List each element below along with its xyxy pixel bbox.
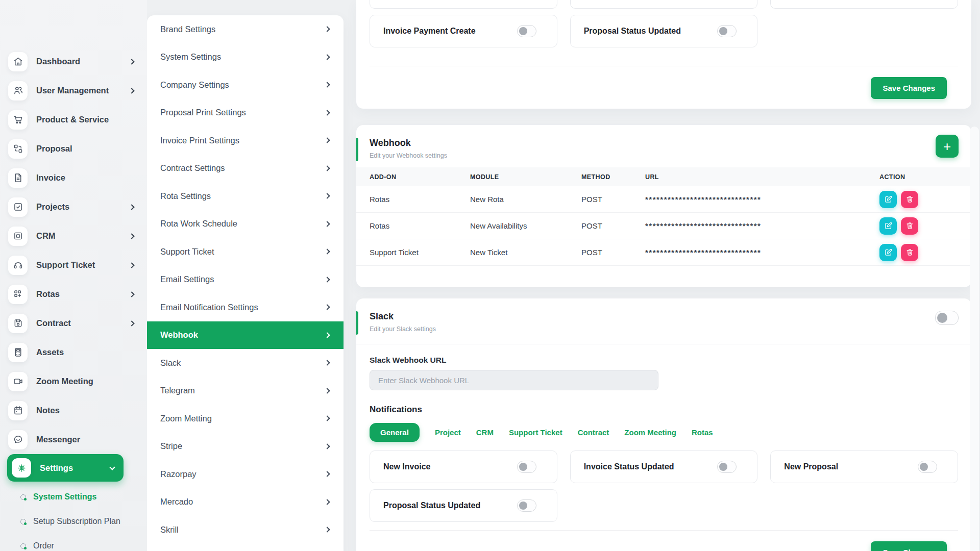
sidebar-item-support-ticket[interactable]: Support Ticket xyxy=(0,251,147,280)
notification-toggle-grid: Invoice Payment Create Proposal Status U… xyxy=(370,0,958,47)
cell-actions xyxy=(879,191,958,208)
check-square-icon xyxy=(8,197,28,217)
chevron-right-icon xyxy=(324,277,330,282)
cell-actions xyxy=(879,244,958,261)
menu-item-mercado[interactable]: Mercado xyxy=(147,488,344,516)
menu-item-label: System Settings xyxy=(160,52,325,62)
sidebar-item-settings[interactable]: Settings xyxy=(7,454,124,482)
menu-item-skrill[interactable]: Skrill xyxy=(147,516,344,544)
chevron-right-icon xyxy=(324,527,330,533)
delete-button[interactable] xyxy=(901,244,918,261)
edit-pencil-icon xyxy=(884,195,893,204)
new-invoice-toggle[interactable] xyxy=(517,461,536,473)
sidebar-item-proposal[interactable]: Proposal xyxy=(0,134,147,163)
toggle-card-proposal-status-updated: Proposal Status Updated xyxy=(570,15,758,47)
toggle-label: Proposal Status Updated xyxy=(584,27,718,36)
tab-crm[interactable]: CRM xyxy=(476,428,494,437)
cell-addon: Rotas xyxy=(370,195,470,204)
scrollbar-thumb[interactable] xyxy=(970,127,979,551)
sidebar-item-messenger[interactable]: Messenger xyxy=(0,425,147,454)
chevron-right-icon xyxy=(324,499,330,505)
toggle-card-partial xyxy=(370,0,557,9)
cell-url: ******************************* xyxy=(645,248,879,257)
section-subtitle: Edit your Slack settings xyxy=(370,325,958,333)
save-changes-button[interactable]: Save Changes xyxy=(871,77,947,99)
webhook-header: Webhook Edit your Webhook settings + xyxy=(356,125,971,159)
menu-item-rota-settings[interactable]: Rota Settings xyxy=(147,182,344,210)
sidebar-item-contract[interactable]: Contract xyxy=(0,309,147,338)
sidebar-item-assets[interactable]: Assets xyxy=(0,338,147,367)
slack-webhook-url-input[interactable] xyxy=(370,370,658,390)
menu-item-label: Telegram xyxy=(160,386,325,395)
menu-item-razorpay[interactable]: Razorpay xyxy=(147,460,344,488)
tab-general[interactable]: General xyxy=(370,423,420,442)
sidebar-item-crm[interactable]: CRM xyxy=(0,221,147,251)
save-icon xyxy=(8,314,28,333)
edit-button[interactable] xyxy=(879,217,897,235)
sidebar-item-product-service[interactable]: Product & Service xyxy=(0,105,147,134)
new-proposal-toggle[interactable] xyxy=(918,461,937,473)
column-header-method: METHOD xyxy=(581,173,645,181)
save-changes-button[interactable]: Save Changes xyxy=(871,541,947,551)
subnav-item-order[interactable]: Order xyxy=(0,534,147,551)
toggle-label: Invoice Payment Create xyxy=(383,27,517,36)
sidebar-item-notes[interactable]: Notes xyxy=(0,396,147,425)
tab-support-ticket[interactable]: Support Ticket xyxy=(509,428,562,437)
tab-zoom-meeting[interactable]: Zoom Meeting xyxy=(624,428,676,437)
menu-item-label: Skrill xyxy=(160,525,325,535)
menu-item-company-settings[interactable]: Company Settings xyxy=(147,71,344,99)
chevron-right-icon xyxy=(324,443,330,449)
subnav-item-setup-subscription-plan[interactable]: Setup Subscription Plan xyxy=(0,509,147,534)
slack-header: Slack Edit your Slack settings xyxy=(356,298,971,344)
sidebar-item-projects[interactable]: Projects xyxy=(0,192,147,221)
add-webhook-button[interactable]: + xyxy=(936,135,959,158)
menu-item-slack[interactable]: Slack xyxy=(147,349,344,377)
menu-item-email-settings[interactable]: Email Settings xyxy=(147,266,344,294)
menu-item-telegram[interactable]: Telegram xyxy=(147,377,344,405)
menu-item-brand-settings[interactable]: Brand Settings xyxy=(147,15,344,43)
chevron-right-icon xyxy=(324,471,330,477)
menu-item-zoom-metting[interactable]: Zoom Metting xyxy=(147,405,344,433)
slack-proposal-status-updated-toggle[interactable] xyxy=(517,499,536,512)
cell-addon: Rotas xyxy=(370,221,470,230)
plus-icon: + xyxy=(943,140,951,153)
cell-url: ******************************* xyxy=(645,221,879,230)
tab-rotas[interactable]: Rotas xyxy=(692,428,713,437)
subnav-item-system-settings[interactable]: System Settings xyxy=(0,485,147,509)
sidebar-item-zoom-meeting[interactable]: Zoom Meeting xyxy=(0,367,147,396)
delete-button[interactable] xyxy=(901,191,918,208)
chevron-right-icon xyxy=(324,249,330,255)
tab-contract[interactable]: Contract xyxy=(578,428,609,437)
cell-module: New Ticket xyxy=(470,248,581,257)
tab-project[interactable]: Project xyxy=(435,428,461,437)
sidebar-item-invoice[interactable]: Invoice xyxy=(0,163,147,192)
webhook-table: ADD-ON MODULE METHOD URL ACTION Rotas Ne… xyxy=(356,167,971,266)
sidebar-item-label: CRM xyxy=(36,231,130,241)
invoice-payment-create-toggle[interactable] xyxy=(517,25,536,37)
menu-item-stripe[interactable]: Stripe xyxy=(147,433,344,461)
sidebar-item-label: Product & Service xyxy=(36,115,134,124)
sidebar-item-dashboard[interactable]: Dashboard xyxy=(0,47,147,76)
chevron-right-icon xyxy=(324,416,330,421)
menu-item-support-ticket[interactable]: Support Ticket xyxy=(147,238,344,266)
menu-item-rota-work-schedule[interactable]: Rota Work Schedule xyxy=(147,210,344,238)
proposal-status-updated-toggle[interactable] xyxy=(717,25,737,37)
section-subtitle: Edit your Webhook settings xyxy=(370,152,958,159)
menu-item-email-notification-settings[interactable]: Email Notification Settings xyxy=(147,293,344,321)
menu-item-proposal-print-settings[interactable]: Proposal Print Settings xyxy=(147,99,344,127)
sidebar-item-rotas[interactable]: Rotas xyxy=(0,280,147,309)
invoice-status-updated-toggle[interactable] xyxy=(717,461,737,473)
file-icon xyxy=(8,168,28,188)
menu-item-contract-settings[interactable]: Contract Settings xyxy=(147,155,344,183)
menu-item-webhook[interactable]: Webhook xyxy=(147,321,344,349)
menu-item-invoice-print-settings[interactable]: Invoice Print Settings xyxy=(147,127,344,155)
menu-item-label: Email Notification Settings xyxy=(160,303,325,312)
menu-item-label: Brand Settings xyxy=(160,24,325,34)
delete-button[interactable] xyxy=(901,217,918,235)
menu-item-system-settings[interactable]: System Settings xyxy=(147,43,344,71)
edit-button[interactable] xyxy=(879,244,897,261)
sidebar-item-user-management[interactable]: User Management xyxy=(0,76,147,105)
slack-enable-toggle[interactable] xyxy=(935,311,959,325)
cell-method: POST xyxy=(581,195,645,204)
edit-button[interactable] xyxy=(879,191,897,208)
